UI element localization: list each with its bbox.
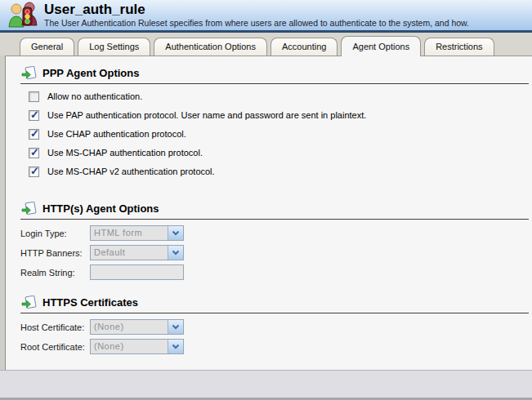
select-value: HTML form <box>91 226 168 240</box>
section-header-ppp-agent-options: PPP Agent Options <box>20 66 529 84</box>
tab-agent-options[interactable]: Agent Options <box>341 36 421 56</box>
checkbox-label: Allow no authentication. <box>47 91 142 101</box>
section-header-http-agent-options: HTTP(s) Agent Options <box>20 202 529 220</box>
section-title: HTTP(s) Agent Options <box>42 202 159 215</box>
page-subtitle: The User Authentication Ruleset specifie… <box>44 18 469 28</box>
realm-string-input[interactable] <box>90 264 184 280</box>
use-ms-chap-checkbox[interactable] <box>29 148 39 158</box>
section-title: PPP Agent Options <box>42 67 139 79</box>
tab-accounting[interactable]: Accounting <box>270 38 338 56</box>
bottom-bar <box>0 370 532 400</box>
use-chap-checkbox[interactable] <box>29 129 39 140</box>
page-header: User_auth_rule The User Authentication R… <box>0 0 532 30</box>
select-value: (None) <box>91 340 168 353</box>
chevron-down-icon <box>168 226 183 240</box>
checkbox-label: Use MS-CHAP authentication protocol. <box>47 148 203 158</box>
checkbox-row: Allow no authentication. <box>29 91 532 102</box>
select-value: (None) <box>91 320 168 334</box>
document-arrow-icon <box>20 66 37 80</box>
use-pap-checkbox[interactable] <box>29 110 39 121</box>
checkbox-label: Use MS-CHAP v2 authentication protocol. <box>47 167 215 176</box>
page-title: User_auth_rule <box>44 2 469 17</box>
form-row: Login Type: HTML form <box>20 225 532 241</box>
http-banners-label: HTTP Banners: <box>20 248 90 258</box>
form-row: Host Certificate: (None) <box>20 319 532 335</box>
root-certificate-select[interactable]: (None) <box>90 339 184 354</box>
tab-log-settings[interactable]: Log Settings <box>78 38 150 56</box>
tab-restrictions[interactable]: Restrictions <box>424 38 494 56</box>
section-title: HTTPS Certificates <box>42 296 138 309</box>
realm-string-label: Realm String: <box>20 268 90 278</box>
checkbox-label: Use CHAP authentication protocol. <box>47 129 186 139</box>
document-arrow-icon <box>20 202 37 216</box>
checkbox-row: Use MS-CHAP v2 authentication protocol. <box>29 166 532 177</box>
checkbox-row: Use PAP authentication protocol. User na… <box>29 109 532 121</box>
select-value: Default <box>91 246 168 260</box>
login-type-select[interactable]: HTML form <box>90 225 184 241</box>
tab-bar: General Log Settings Authentication Opti… <box>0 33 532 56</box>
host-certificate-label: Host Certificate: <box>20 322 90 332</box>
login-type-label: Login Type: <box>20 229 90 238</box>
use-ms-chap-v2-checkbox[interactable] <box>29 167 39 177</box>
form-row: Realm String: <box>20 264 532 280</box>
checkbox-row: Use CHAP authentication protocol. <box>29 128 532 140</box>
form-row: Root Certificate: (None) <box>20 339 532 354</box>
agent-options-panel: PPP Agent Options Allow no authenticatio… <box>5 56 532 370</box>
allow-no-auth-checkbox[interactable] <box>29 91 39 102</box>
chevron-down-icon <box>168 246 183 260</box>
section-header-https-certificates: HTTPS Certificates <box>20 296 529 313</box>
chevron-down-icon <box>168 340 183 353</box>
form-row: HTTP Banners: Default <box>20 245 532 260</box>
host-certificate-select[interactable]: (None) <box>90 319 184 335</box>
document-arrow-icon <box>20 296 37 309</box>
tab-general[interactable]: General <box>20 38 74 56</box>
checkbox-label: Use PAP authentication protocol. User na… <box>47 110 366 120</box>
chevron-down-icon <box>168 320 183 334</box>
user-auth-rule-window: User_auth_rule The User Authentication R… <box>0 0 532 400</box>
root-certificate-label: Root Certificate: <box>20 342 90 352</box>
checkbox-row: Use MS-CHAP authentication protocol. <box>29 147 532 158</box>
users-traffic-light-icon <box>7 2 41 29</box>
tab-authentication-options[interactable]: Authentication Options <box>154 38 267 56</box>
http-banners-select[interactable]: Default <box>90 245 184 260</box>
